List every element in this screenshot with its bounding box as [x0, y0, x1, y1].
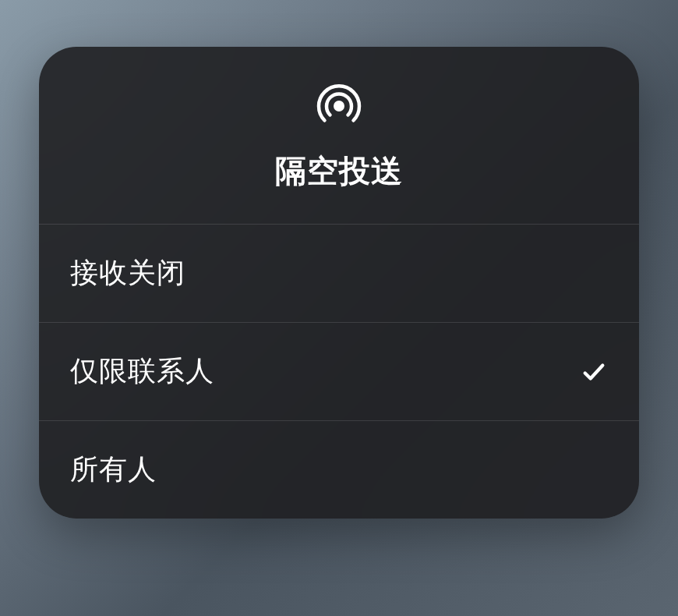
option-label: 接收关闭 — [70, 254, 185, 292]
checkmark-icon — [580, 358, 608, 386]
svg-point-0 — [334, 101, 344, 112]
panel-header: 隔空投送 — [39, 47, 639, 225]
option-everyone[interactable]: 所有人 — [39, 421, 639, 519]
option-receiving-off[interactable]: 接收关闭 — [39, 225, 639, 323]
options-list: 接收关闭 仅限联系人 所有人 — [39, 225, 639, 519]
airdrop-icon — [314, 81, 364, 131]
option-contacts-only[interactable]: 仅限联系人 — [39, 323, 639, 421]
option-label: 所有人 — [70, 451, 157, 489]
panel-title: 隔空投送 — [275, 150, 403, 193]
option-label: 仅限联系人 — [70, 352, 214, 391]
airdrop-panel: 隔空投送 接收关闭 仅限联系人 所有人 — [39, 47, 639, 519]
